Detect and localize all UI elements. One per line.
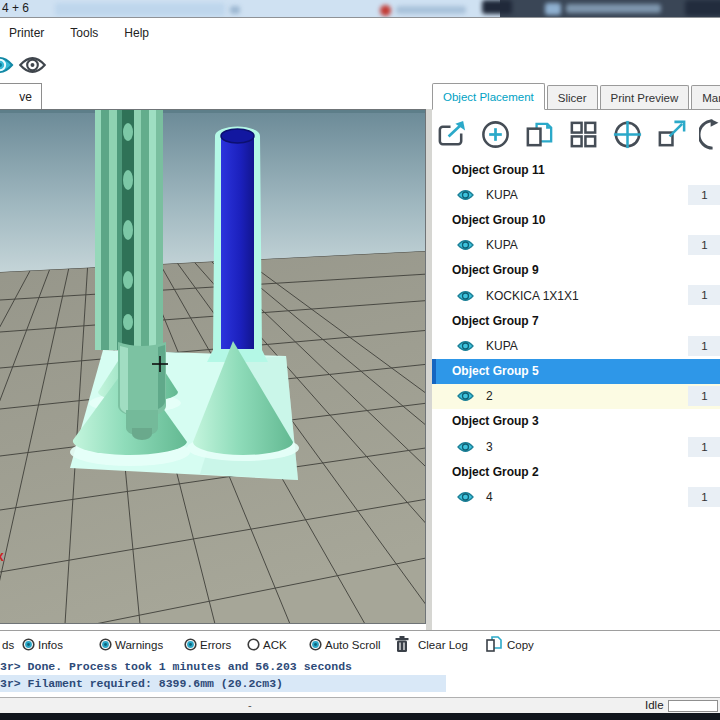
clear-log-button[interactable]: [395, 636, 409, 653]
object-label: 2: [486, 389, 493, 403]
toggle-infos[interactable]: [22, 638, 35, 651]
scale-object-button[interactable]: [654, 117, 689, 152]
visibility-eye-icon[interactable]: [457, 239, 474, 251]
object-group-header[interactable]: Object Group 11: [432, 157, 720, 182]
object-quantity[interactable]: 1: [688, 185, 720, 205]
log-toolbar: ds Clear Log Copy InfosWarningsErrorsACK…: [0, 634, 720, 658]
scale-arrow-icon: [670, 121, 685, 136]
tab-print-preview[interactable]: Print Preview: [600, 85, 690, 109]
object-label: 4: [486, 490, 493, 504]
object-quantity[interactable]: 1: [688, 487, 720, 507]
x-axis-label: x: [0, 548, 4, 564]
plus-icon: [489, 128, 502, 141]
printer-state-label: Idle: [645, 699, 664, 711]
object-quantity[interactable]: 1: [688, 235, 720, 255]
log-output: 3r> Done. Process took 1 minutes and 56.…: [0, 658, 720, 692]
blurred-tab-text: [566, 4, 661, 13]
object-label: KUPA: [486, 339, 518, 353]
visibility-eye-icon[interactable]: [457, 340, 474, 352]
center-object-button[interactable]: [610, 117, 645, 152]
object-quantity[interactable]: 1: [688, 386, 720, 406]
view-tab[interactable]: ve: [0, 83, 42, 109]
object-row[interactable]: 31: [432, 434, 720, 459]
tab-object-placement[interactable]: Object Placement: [432, 83, 545, 110]
add-object-button[interactable]: [478, 117, 513, 152]
log-line[interactable]: 3r> Filament required: 8399.6mm (20.2cm3…: [0, 675, 446, 692]
window-title: 4 + 6: [2, 1, 29, 15]
object-label: 3: [486, 440, 493, 454]
browser-tab-strip: 4 + 6: [0, 0, 720, 18]
blurred-favicon-red: [380, 5, 391, 16]
object-group-header[interactable]: Object Group 9: [432, 258, 720, 283]
object-placement-panel: Object PlacementSlicerPrint PreviewManua…: [432, 83, 720, 630]
trash-icon: [395, 636, 409, 653]
visibility-eye-icon[interactable]: [457, 491, 474, 503]
object-group-header[interactable]: Object Group 3: [432, 409, 720, 434]
menu-bar: PrinterToolsHelp: [0, 19, 720, 46]
object-row[interactable]: KUPA1: [432, 333, 720, 358]
object-group-header[interactable]: Object Group 10: [432, 207, 720, 232]
copy-log-button[interactable]: [486, 636, 502, 653]
object-group-list: Object Group 11KUPA1Object Group 10KUPA1…: [432, 157, 720, 510]
toggle-ack[interactable]: [247, 638, 260, 651]
blurred-tab: [55, 3, 225, 16]
copy-log-label[interactable]: Copy: [507, 639, 534, 651]
viewport-top-shade: [0, 110, 425, 113]
status-dash: -: [248, 699, 252, 711]
object-eye-icon[interactable]: [20, 58, 44, 72]
panel-toolbar: [434, 114, 720, 154]
toggle-label[interactable]: Warnings: [115, 639, 163, 651]
log-line: 3r> Done. Process took 1 minutes and 56.…: [0, 658, 720, 675]
toggle-warnings[interactable]: [99, 638, 112, 651]
menu-item-tools[interactable]: Tools: [70, 26, 98, 40]
crosshair-icon: [614, 120, 641, 147]
object-row[interactable]: KOCKICA 1X1X11: [432, 283, 720, 308]
clear-log-label[interactable]: Clear Log: [418, 639, 468, 651]
object-quantity[interactable]: 1: [688, 285, 720, 305]
viewport-3d[interactable]: x: [0, 109, 426, 624]
rotate-object-button[interactable]: [698, 117, 720, 152]
object-row[interactable]: 21: [432, 384, 720, 409]
copy-object-button[interactable]: [522, 117, 557, 152]
toggle-errors[interactable]: [184, 638, 197, 651]
export-object-button[interactable]: [434, 117, 469, 152]
object-row[interactable]: KUPA1: [432, 182, 720, 207]
export-arrow-icon: [449, 120, 466, 136]
object-label: KUPA: [486, 188, 518, 202]
object-quantity[interactable]: 1: [688, 437, 720, 457]
object-group-header[interactable]: Object Group 2: [432, 459, 720, 484]
blurred-tab-close: [230, 6, 240, 14]
toggle-label[interactable]: Errors: [200, 639, 231, 651]
tab-slicer[interactable]: Slicer: [547, 85, 598, 109]
visibility-eye-icon[interactable]: [457, 189, 474, 201]
status-bar: - Idle: [0, 697, 720, 713]
blurred-tab-text: [396, 6, 466, 14]
menu-item-printer[interactable]: Printer: [9, 26, 44, 40]
object-row[interactable]: KUPA1: [432, 233, 720, 258]
object-group-header[interactable]: Object Group 5: [432, 359, 720, 384]
toggle-label[interactable]: Auto Scroll: [325, 639, 381, 651]
selected-model-cylinder[interactable]: [221, 129, 254, 349]
object-row[interactable]: 41: [432, 484, 720, 509]
copy-icon: [486, 636, 502, 653]
object-quantity[interactable]: 1: [688, 336, 720, 356]
visibility-eye-icon[interactable]: [457, 290, 474, 302]
panel-tab-bar: Object PlacementSlicerPrint PreviewManua…: [432, 83, 720, 110]
toggle-label[interactable]: ACK: [263, 639, 287, 651]
visibility-eye-icon[interactable]: [457, 441, 474, 453]
visibility-eye-icon[interactable]: [457, 390, 474, 402]
status-progress-field: [668, 700, 718, 712]
menu-item-help[interactable]: Help: [124, 26, 149, 40]
filament-eye-icon[interactable]: [0, 58, 12, 72]
toggle-label[interactable]: Infos: [38, 639, 63, 651]
blurred-shape: [685, 0, 720, 16]
tab-manual-cont[interactable]: Manual Cont: [691, 85, 720, 109]
toggle-auto-scroll[interactable]: [309, 638, 322, 651]
app-window: 4 + 6 PrinterToolsHelp: [0, 0, 720, 720]
autoposition-button[interactable]: [566, 117, 601, 152]
screen-bottom-edge: [0, 713, 720, 720]
view-tab-label: ve: [19, 90, 32, 104]
blurred-favicon-blue: [545, 3, 561, 15]
object-group-header[interactable]: Object Group 7: [432, 308, 720, 333]
blurred-dark-window: [500, 0, 720, 18]
